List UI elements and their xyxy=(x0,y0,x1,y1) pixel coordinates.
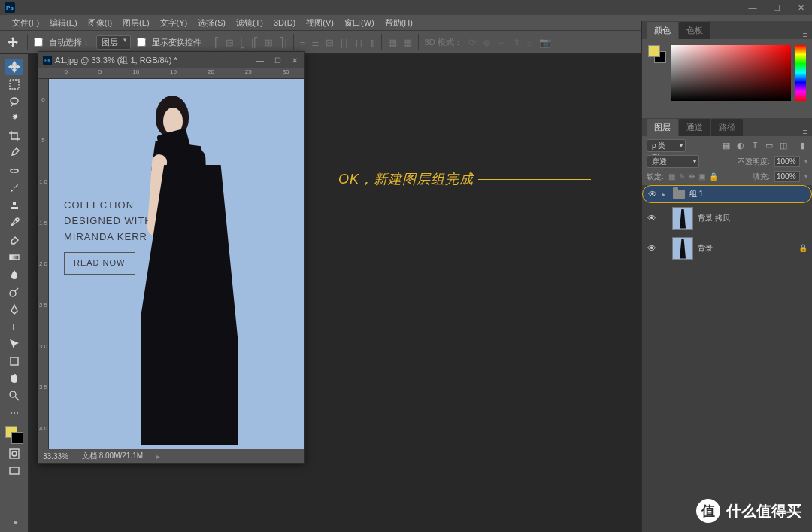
distribute-icon[interactable]: ⫿ xyxy=(370,38,375,47)
brush-tool[interactable] xyxy=(5,180,23,196)
layer-bg-copy[interactable]: 👁 背景 拷贝 xyxy=(642,203,812,233)
lasso-tool[interactable] xyxy=(5,93,23,110)
lock-move-icon[interactable]: ✥ xyxy=(689,172,695,181)
3d-icon[interactable]: 📷 xyxy=(539,38,551,47)
align-right-icon[interactable]: ⎤| xyxy=(279,38,286,47)
distribute-icon[interactable]: ⫼ xyxy=(354,38,364,47)
lock-artboard-icon[interactable]: ▣ xyxy=(698,172,705,181)
menu-help[interactable]: 帮助(H) xyxy=(380,16,417,30)
layer-bg[interactable]: 👁 背景 🔒 xyxy=(642,233,812,263)
wand-tool[interactable] xyxy=(5,111,23,127)
filter-type-icon[interactable]: T xyxy=(750,141,760,150)
3d-icon[interactable]: ⇕ xyxy=(513,38,521,47)
zoom-level[interactable]: 33.33% xyxy=(43,452,68,461)
menu-type[interactable]: 文字(Y) xyxy=(156,16,192,30)
canvas-area[interactable]: Ps A1.jpg @ 33.3% (组 1, RGB/8#) * — ☐ ✕ … xyxy=(29,54,641,532)
screenmode-tool[interactable] xyxy=(5,463,23,479)
tab-channels[interactable]: 通道 xyxy=(679,119,710,136)
3d-icon[interactable]: ⟳ xyxy=(468,38,477,47)
lock-pixels-icon[interactable]: ▦ xyxy=(668,172,675,181)
align-hcenter-icon[interactable]: ⊞ xyxy=(265,38,273,47)
blend-mode-dropdown[interactable]: 穿透 xyxy=(647,155,699,168)
menu-select[interactable]: 选择(S) xyxy=(193,16,230,30)
background-swatch[interactable] xyxy=(11,432,23,444)
visibility-icon[interactable]: 👁 xyxy=(647,213,657,223)
move-tool[interactable] xyxy=(5,59,23,75)
hue-slider[interactable] xyxy=(795,45,806,101)
panel-swatches[interactable] xyxy=(648,45,666,112)
menu-window[interactable]: 窗口(W) xyxy=(340,16,379,30)
canvas[interactable]: COLLECTION DESIGNED WITH MIRANDA KERR RE… xyxy=(49,79,304,449)
tab-layers[interactable]: 图层 xyxy=(647,119,678,136)
show-transform-checkbox[interactable] xyxy=(137,38,146,47)
distribute-icon[interactable]: ||| xyxy=(340,38,347,47)
type-tool[interactable]: T xyxy=(5,318,23,335)
dodge-tool[interactable] xyxy=(5,284,23,300)
arrange-icon[interactable]: ▦ xyxy=(388,38,397,47)
menu-edit[interactable]: 编辑(E) xyxy=(45,16,82,30)
menu-image[interactable]: 图像(I) xyxy=(83,16,117,30)
3d-icon[interactable]: ⌂ xyxy=(527,38,533,47)
eyedropper-tool[interactable] xyxy=(5,145,23,162)
path-tool[interactable] xyxy=(5,336,23,352)
align-left-icon[interactable]: |⎡ xyxy=(251,38,259,47)
zoom-tool[interactable] xyxy=(5,388,23,404)
close-button[interactable]: ✕ xyxy=(794,3,807,13)
color-swatches[interactable] xyxy=(5,425,24,445)
distribute-icon[interactable]: ≣ xyxy=(311,38,320,47)
layer-group-1[interactable]: 👁 ▸ 组 1 xyxy=(642,185,812,203)
menu-layer[interactable]: 图层(L) xyxy=(118,16,153,30)
lock-brush-icon[interactable]: ✎ xyxy=(679,172,685,181)
expand-icon[interactable]: ▸ xyxy=(662,191,668,198)
align-top-icon[interactable]: ⎡ xyxy=(214,38,220,47)
menu-3d[interactable]: 3D(D) xyxy=(269,17,300,29)
menu-view[interactable]: 视图(V) xyxy=(301,16,338,30)
document-tab[interactable]: Ps A1.jpg @ 33.3% (组 1, RGB/8#) * — ☐ ✕ xyxy=(38,52,304,68)
auto-select-checkbox[interactable] xyxy=(34,38,43,47)
3d-icon[interactable]: ⊕ xyxy=(483,38,491,47)
move-tool-icon[interactable] xyxy=(5,34,21,50)
shape-tool[interactable] xyxy=(5,353,23,369)
doc-close[interactable]: ✕ xyxy=(289,56,300,65)
panel-menu-icon[interactable]: ≡ xyxy=(803,30,807,39)
lock-all-icon[interactable]: 🔒 xyxy=(709,172,718,181)
align-vcenter-icon[interactable]: ⊟ xyxy=(226,38,234,47)
stamp-tool[interactable] xyxy=(5,197,23,214)
filter-adjust-icon[interactable]: ◐ xyxy=(735,141,746,150)
menu-filter[interactable]: 滤镜(T) xyxy=(232,16,268,30)
visibility-icon[interactable]: 👁 xyxy=(647,243,657,254)
status-arrow-icon[interactable]: ▸ xyxy=(156,452,160,461)
doc-maximize[interactable]: ☐ xyxy=(272,56,283,65)
gradient-tool[interactable] xyxy=(5,249,23,266)
hand-tool[interactable] xyxy=(5,370,23,387)
align-bottom-icon[interactable]: ⎣ xyxy=(240,38,245,47)
edit-toolbar[interactable] xyxy=(5,405,23,421)
heal-tool[interactable] xyxy=(5,163,23,179)
quickmask-tool[interactable] xyxy=(5,445,23,462)
eraser-tool[interactable] xyxy=(5,232,23,248)
filter-shape-icon[interactable]: ▭ xyxy=(764,141,774,150)
filter-toggle-icon[interactable]: ▮ xyxy=(797,141,807,150)
filter-smart-icon[interactable]: ◫ xyxy=(778,141,789,150)
blur-tool[interactable] xyxy=(5,266,23,283)
visibility-icon[interactable]: 👁 xyxy=(647,189,658,199)
distribute-icon[interactable]: ≡ xyxy=(300,38,306,47)
marquee-tool[interactable] xyxy=(5,76,23,93)
tab-swatches[interactable]: 色板 xyxy=(679,22,710,39)
doc-minimize[interactable]: — xyxy=(255,56,265,65)
pen-tool[interactable] xyxy=(5,301,23,318)
3d-icon[interactable]: ↔ xyxy=(497,38,507,47)
tab-paths[interactable]: 路径 xyxy=(711,119,743,136)
tab-color[interactable]: 颜色 xyxy=(647,22,678,39)
arrange-icon[interactable]: ▦ xyxy=(403,38,412,47)
color-field[interactable] xyxy=(671,45,791,101)
menu-file[interactable]: 文件(F) xyxy=(8,16,44,30)
minimize-button[interactable]: — xyxy=(746,3,759,13)
opacity-input[interactable] xyxy=(774,156,800,167)
crop-tool[interactable] xyxy=(5,128,23,144)
auto-select-dropdown[interactable]: 图层 xyxy=(96,35,131,50)
fill-input[interactable] xyxy=(774,171,800,182)
collapse-toolbar[interactable]: ◂▸ xyxy=(0,518,28,527)
maximize-button[interactable]: ☐ xyxy=(770,3,783,13)
layer-filter-kind[interactable]: ρ 类型 xyxy=(647,139,686,152)
